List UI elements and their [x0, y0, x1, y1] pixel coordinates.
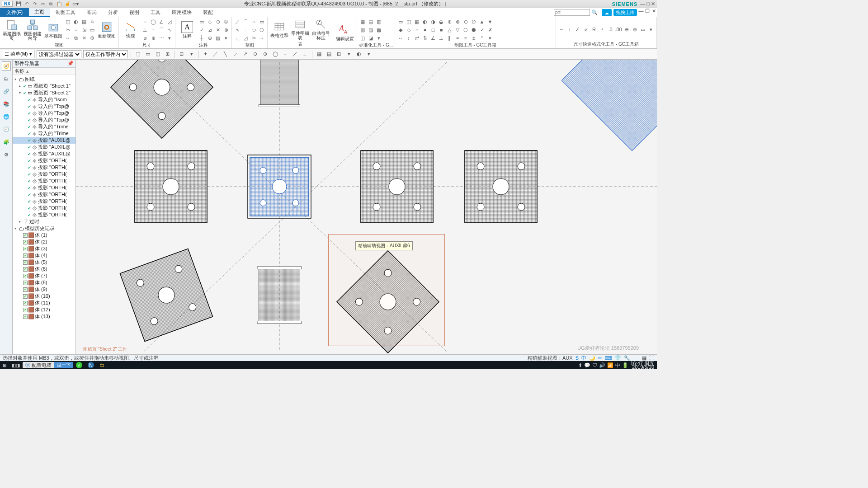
parts-list-button[interactable]: 零件明细表	[290, 19, 310, 40]
dq-icon[interactable]: ⊕	[623, 26, 630, 33]
gc-icon[interactable]: ⊥	[438, 34, 445, 42]
tree[interactable]: ▾🗀图纸▸✔▭图纸页 "Sheet 1"▾✔▭图纸页 "Sheet 2"✔🞜导入…	[13, 75, 75, 354]
undo-icon[interactable]: ↶	[24, 1, 30, 7]
tree-row[interactable]: ✔🞜投影 "AUXIL@	[13, 137, 75, 144]
broken-view-icon[interactable]: ⌁	[72, 26, 80, 33]
detail-view-icon[interactable]: ◐	[72, 18, 80, 25]
tree-row[interactable]: ✔🞜投影 "AUXIL@	[13, 150, 75, 157]
tree-row[interactable]: ✔🞜投影 "ORTH(	[13, 191, 75, 198]
roles-tab[interactable]: 🧩	[2, 137, 11, 146]
tree-row[interactable]: ✔🞜投影 "ORTH(	[13, 171, 75, 178]
tray-icon[interactable]: 🔊	[599, 362, 605, 368]
tree-row[interactable]: ✓🟫体 (7)	[13, 272, 75, 279]
view-icon[interactable]: ▾	[345, 50, 353, 58]
tree-row[interactable]: ✓🟫体 (11)	[13, 300, 75, 306]
ime-icon[interactable]: S	[576, 355, 579, 361]
tree-row[interactable]: ✔🞜导入的 "Top@	[13, 110, 75, 117]
gc-icon[interactable]: ⬢	[470, 26, 477, 33]
tab-drafting-tools[interactable]: 制图工具	[50, 8, 81, 17]
file-menu[interactable]: 文件(F)	[0, 8, 29, 17]
dq-icon[interactable]: ∠	[574, 26, 581, 33]
gc-icon[interactable]: ▦	[413, 18, 420, 25]
intersect-icon[interactable]: ⊗	[222, 26, 230, 33]
datum-icon[interactable]: ◇	[206, 18, 213, 25]
copy-view-icon[interactable]: ⧉	[72, 34, 80, 42]
snap-icon[interactable]: ⊙	[251, 50, 259, 58]
dq-icon[interactable]: ▾	[647, 26, 655, 33]
tree-row[interactable]: ✔🞜投影 "ORTH(	[13, 211, 75, 218]
tree-row[interactable]: ▾🗀模型历史记录	[13, 225, 75, 232]
gc-icon[interactable]: ▽	[454, 26, 461, 33]
gc-icon[interactable]: ±	[470, 34, 477, 42]
maximize-button[interactable]: □	[646, 1, 650, 6]
tray-icon[interactable]: 💬	[584, 362, 590, 368]
std-icon-9[interactable]: ▾	[375, 34, 382, 42]
spline-icon[interactable]: ∿	[234, 26, 241, 33]
view-icon[interactable]: ▦	[315, 50, 323, 58]
angular-dim-icon[interactable]: ∠	[158, 18, 165, 25]
tree-row[interactable]: ✔🞜投影 "ORTH(	[13, 184, 75, 191]
snap-icon[interactable]: ＋	[281, 50, 289, 58]
web-browser-tab[interactable]: 🌐	[2, 112, 11, 121]
sel-icon[interactable]: ⬚	[134, 50, 142, 58]
gc-icon[interactable]: ○	[413, 26, 420, 33]
snap-icon[interactable]: ⟂	[301, 50, 309, 58]
std-icon-8[interactable]: ◪	[367, 34, 374, 42]
view-prop-icon[interactable]: ⚙	[89, 34, 96, 42]
centermark-icon[interactable]: ⊕	[206, 34, 213, 42]
selection-scope[interactable]: 仅在工作部件内	[83, 50, 128, 58]
section-view-icon[interactable]: ▦	[80, 18, 88, 25]
gc-icon[interactable]: ≈	[454, 34, 461, 42]
tab-tools[interactable]: 工具	[145, 8, 166, 17]
constraint-navigator-tab[interactable]: 🔗	[2, 87, 11, 96]
view-icon[interactable]: ▾	[365, 50, 373, 58]
ordinate-dim-icon[interactable]: ⊥	[142, 26, 149, 33]
tree-row[interactable]: ✓🟫体 (12)	[13, 306, 75, 313]
history-tab[interactable]: 🕘	[2, 125, 11, 134]
gc-icon[interactable]: ⬡	[462, 26, 469, 33]
view-icon[interactable]: ▤	[325, 50, 333, 58]
tree-row[interactable]: ✔🞜投影 "ORTH(	[13, 205, 75, 211]
chamfer-icon[interactable]: ◿	[242, 34, 249, 42]
sel-icon[interactable]: ▭	[144, 50, 152, 58]
new-sheet-button[interactable]: 新建图纸页	[2, 19, 22, 41]
tree-row[interactable]: ✓🟫体 (9)	[13, 286, 75, 293]
touch-icon[interactable]: ☝	[64, 1, 71, 7]
arc-icon[interactable]: ⌒	[242, 18, 249, 25]
child-restore-button[interactable]: ❐	[644, 8, 651, 17]
selection-filter[interactable]: 没有选择过滤器	[37, 50, 81, 58]
column-name[interactable]: 名称	[14, 68, 24, 75]
tree-row[interactable]: ✓🟫体 (8)	[13, 279, 75, 286]
snap-icon[interactable]: ✦	[202, 50, 210, 58]
feature-control-icon[interactable]: ▭	[198, 18, 205, 25]
tree-row[interactable]: ✓🟫体 (2)	[13, 239, 75, 245]
snap-icon[interactable]: ／	[212, 50, 220, 58]
chamfer-dim-icon[interactable]: ◿	[166, 18, 173, 25]
tab-home[interactable]: 主页	[29, 8, 50, 17]
tree-row[interactable]: ✓🟫体 (4)	[13, 252, 75, 259]
cloud-icon[interactable]: ☁	[602, 9, 612, 16]
gc-icon[interactable]: ◐	[421, 18, 429, 25]
std-icon-3[interactable]: ▥	[375, 18, 382, 25]
snap-icon[interactable]: ／	[291, 50, 299, 58]
sel-icon[interactable]: ▾	[188, 50, 196, 58]
delete-view-icon[interactable]: ✕	[80, 34, 88, 42]
gc-icon[interactable]: ✗	[486, 26, 494, 33]
explorer-taskbar-button[interactable]: 🗀	[97, 361, 107, 369]
gc-icon[interactable]: □	[429, 26, 437, 33]
gc-icon[interactable]: ∠	[429, 34, 437, 42]
gc-icon[interactable]: ⊙	[462, 18, 469, 25]
search-icon[interactable]: 🔍	[590, 9, 599, 15]
break-view-icon[interactable]: ≋	[89, 18, 96, 25]
dq-icon[interactable]: .00	[615, 26, 622, 33]
radial-dim-icon[interactable]: ◯	[150, 18, 157, 25]
std-icon-7[interactable]: ◫	[359, 34, 366, 42]
gc-icon[interactable]: ■	[438, 26, 445, 33]
sel-icon[interactable]: ⊞	[164, 50, 172, 58]
status-icon[interactable]: 🌙	[589, 355, 595, 361]
balloon-icon[interactable]: ①	[222, 18, 230, 25]
gc-icon[interactable]: ⊗	[454, 18, 461, 25]
std-icon-1[interactable]: ▦	[359, 18, 366, 25]
proj-view-icon[interactable]: ◫	[64, 18, 71, 25]
tabular-note-button[interactable]: 表格注释	[269, 21, 289, 38]
